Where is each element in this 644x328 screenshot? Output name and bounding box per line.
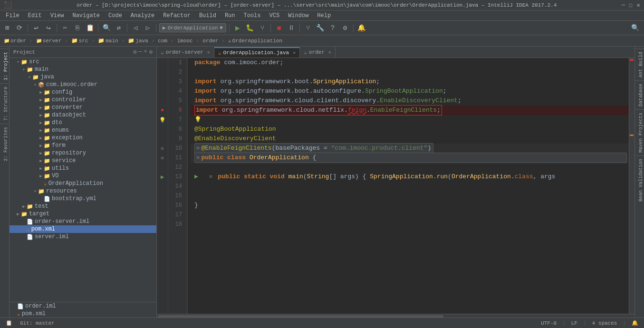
tree-enums[interactable]: ▶ 📁 enums xyxy=(10,126,156,134)
run-button[interactable]: ▶ xyxy=(232,23,243,33)
run-config-selector[interactable]: ▶ OrderApplication ▼ xyxy=(159,23,226,32)
toolbar-cut[interactable]: ✂ xyxy=(60,23,70,33)
notifications-button[interactable]: 🔔 xyxy=(356,23,367,33)
help-button[interactable]: ? xyxy=(327,23,338,33)
nav-main[interactable]: 📁 main xyxy=(96,37,120,45)
tree-controller[interactable]: ▶ 📁 controller xyxy=(10,96,156,104)
toolbar-undo[interactable]: ↩ xyxy=(31,23,41,33)
tab-close-order-application[interactable]: ✕ xyxy=(293,50,296,56)
tree-target[interactable]: ▶ 📁 target xyxy=(10,210,156,218)
global-search-button[interactable]: 🔍 xyxy=(628,24,642,32)
menu-refactor[interactable]: Refactor xyxy=(159,11,194,20)
tree-test[interactable]: ▶ 📁 test xyxy=(10,203,156,210)
tree-order-iml[interactable]: 📄 order.iml xyxy=(10,302,156,310)
status-git[interactable]: Git: master xyxy=(18,320,57,326)
menu-help[interactable]: Help xyxy=(313,11,335,20)
toolbar-forward[interactable]: ▷ xyxy=(143,23,153,33)
nav-order-pkg[interactable]: order xyxy=(201,37,220,45)
coverage-button[interactable]: ⑂ xyxy=(257,23,268,33)
toolbar-sync[interactable]: ⟳ xyxy=(14,23,25,33)
left-panel-favorites[interactable]: 2: Favorites xyxy=(0,124,10,164)
maximize-button[interactable]: ☐ xyxy=(629,1,633,9)
tree-resources[interactable]: ▾ 📁 resources xyxy=(10,187,156,195)
menu-code[interactable]: Code xyxy=(105,11,126,20)
menu-file[interactable]: File xyxy=(2,11,23,20)
tree-exception[interactable]: ▶ 📁 exception xyxy=(10,134,156,142)
menu-vcs[interactable]: VCS xyxy=(266,11,284,20)
right-panel-database[interactable]: Database xyxy=(635,80,644,109)
menu-analyze[interactable]: Analyze xyxy=(127,11,158,20)
tab-order[interactable]: ☕ order ✕ xyxy=(300,47,336,58)
nav-order[interactable]: 📁 order xyxy=(2,37,28,45)
nav-com[interactable]: com xyxy=(156,37,169,45)
debug-button[interactable]: 🐛 xyxy=(245,23,255,33)
tree-main[interactable]: ▾ 📁 main xyxy=(10,66,156,73)
right-panel-bean[interactable]: Bean Validation xyxy=(635,155,644,204)
toolbar-redo[interactable]: ↪ xyxy=(43,23,54,33)
menu-view[interactable]: View xyxy=(47,11,68,20)
tree-order-server-iml[interactable]: 📄 order-server.iml xyxy=(10,218,156,225)
status-encoding[interactable]: UTF-8 xyxy=(539,320,558,326)
status-indent[interactable]: 4 spaces xyxy=(590,320,619,326)
tree-config[interactable]: ▶ 📁 config xyxy=(10,88,156,96)
nav-imooc[interactable]: imooc xyxy=(175,37,195,45)
sidebar-expand-icon[interactable]: + xyxy=(144,48,147,56)
nav-server[interactable]: 📁 server xyxy=(34,37,64,45)
tree-order-application[interactable]: ☕ OrderApplication xyxy=(10,180,156,187)
tree-utils[interactable]: ▶ 📁 utils xyxy=(10,164,156,172)
nav-order-app[interactable]: ☕ OrderApplication xyxy=(226,37,284,45)
tree-src[interactable]: ▾ 📁 src xyxy=(10,58,156,66)
git-button[interactable]: ⑂ xyxy=(303,23,313,33)
right-panel-ant-build[interactable]: Ant Build xyxy=(635,48,644,80)
toolbar-replace[interactable]: ⇄ xyxy=(114,23,124,33)
tree-dataobject[interactable]: ▶ 📁 dataobject xyxy=(10,111,156,119)
left-panel-project[interactable]: 1: Project xyxy=(0,48,10,83)
status-line-sep[interactable]: LF xyxy=(569,320,579,326)
status-notifications[interactable]: 🔔 xyxy=(630,320,640,326)
tab-order-server[interactable]: ☕ order-server ✕ xyxy=(157,47,214,58)
nav-java[interactable]: 📁 java xyxy=(126,37,150,45)
settings-button[interactable]: ⚙ xyxy=(340,23,350,33)
menu-window[interactable]: Window xyxy=(284,11,312,20)
tree-server-iml[interactable]: 📄 server.iml xyxy=(10,233,156,241)
toolbar-find[interactable]: 🔍 xyxy=(101,23,112,33)
code-content[interactable]: package com.imooc.order; import org.spri… xyxy=(188,58,629,314)
menu-build[interactable]: Build xyxy=(195,11,220,20)
tree-repository[interactable]: ▶ 📁 repository xyxy=(10,149,156,157)
toolbar-copy[interactable]: ⎘ xyxy=(72,23,83,33)
tree-dto[interactable]: ▶ 📁 dto xyxy=(10,119,156,126)
right-panel-tabs: Ant Build Database Maven Projects Bean V… xyxy=(634,47,644,328)
close-button[interactable]: ✕ xyxy=(636,1,640,9)
status-event-log[interactable]: 📋 xyxy=(4,320,14,326)
sdk-button[interactable]: 🔧 xyxy=(315,23,326,33)
nav-src[interactable]: 📁 src xyxy=(69,37,90,45)
toolbar-back[interactable]: ◁ xyxy=(130,23,141,33)
left-panel-structure[interactable]: 7: Structure xyxy=(0,83,10,124)
menu-navigate[interactable]: Navigate xyxy=(68,11,104,20)
tree-vo[interactable]: ▶ 📁 VO xyxy=(10,172,156,180)
code-line-18 xyxy=(191,220,629,229)
minimize-button[interactable]: — xyxy=(622,1,625,9)
tab-close-order[interactable]: ✕ xyxy=(328,49,331,55)
tab-order-application-java[interactable]: ☕ OrderApplication.java ✕ xyxy=(214,47,300,58)
tree-root-pom[interactable]: ☕ pom.xml xyxy=(10,310,156,318)
tree-service[interactable]: ▶ 📁 service xyxy=(10,157,156,164)
tree-java[interactable]: ▾ 📁 java xyxy=(10,73,156,81)
tree-converter[interactable]: ▶ 📁 converter xyxy=(10,104,156,111)
toolbar-home[interactable]: ⊞ xyxy=(2,23,12,33)
tree-form[interactable]: ▶ 📁 form xyxy=(10,142,156,149)
sidebar-collapse-icon[interactable]: — xyxy=(138,48,142,56)
menu-run[interactable]: Run xyxy=(221,11,239,20)
sidebar-settings-icon[interactable]: ⚙ xyxy=(133,48,136,56)
menu-edit[interactable]: Edit xyxy=(24,11,46,20)
sidebar-gear-icon[interactable]: ⚙ xyxy=(149,48,153,56)
pause-button[interactable]: ⏸ xyxy=(286,23,297,33)
stop-button[interactable]: ◼ xyxy=(274,23,284,33)
menu-tools[interactable]: Tools xyxy=(240,11,265,20)
tree-bootstrap-yml[interactable]: 📄 bootstrap.yml xyxy=(10,195,156,203)
tree-pom-xml[interactable]: ☕ pom.xml xyxy=(10,225,156,233)
tab-close-order-server[interactable]: ✕ xyxy=(207,49,210,55)
tree-com-imooc-order[interactable]: ▾ 📦 com.imooc.order xyxy=(10,81,156,88)
right-panel-maven[interactable]: Maven Projects xyxy=(635,109,644,155)
toolbar-paste[interactable]: 📋 xyxy=(85,23,95,33)
